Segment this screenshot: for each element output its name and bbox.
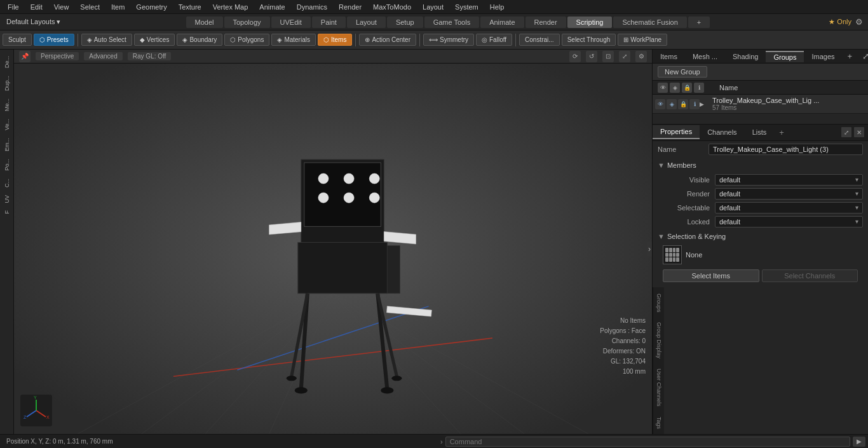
rv-tab-user-channels[interactable]: User Channels: [654, 363, 664, 412]
polygons-button[interactable]: ⬡ Polygons: [224, 34, 269, 46]
settings-button[interactable]: ⚙: [855, 17, 863, 27]
sidebar-tab-po[interactable]: Po...: [2, 155, 12, 175]
tab-setup[interactable]: Setup: [387, 17, 423, 28]
group-eye-icon[interactable]: 👁: [658, 83, 668, 93]
menu-render[interactable]: Render: [334, 2, 367, 12]
members-section-header[interactable]: ▼ Members: [658, 159, 863, 172]
tab-animate[interactable]: Animate: [480, 17, 524, 28]
rp-tab-items[interactable]: Items: [653, 51, 685, 62]
rp-expand-btn[interactable]: ⤢: [857, 50, 868, 62]
sidebar-tab-f[interactable]: F: [2, 207, 12, 218]
vertices-button[interactable]: ◆ Vertices: [134, 34, 175, 46]
tab-layout[interactable]: Layout: [347, 17, 386, 28]
group-info-icon[interactable]: ℹ: [694, 83, 704, 93]
sidebar-tab-de[interactable]: De...: [2, 52, 12, 72]
pt-add-btn[interactable]: +: [774, 125, 789, 140]
rp-tab-groups[interactable]: Groups: [766, 51, 804, 62]
rp-tab-images[interactable]: Images: [804, 51, 842, 62]
viewport-pin-icon[interactable]: 📌: [19, 51, 31, 62]
tab-render[interactable]: Render: [526, 17, 566, 28]
viewport-canvas[interactable]: No Items Polygons : Face Channels: 0 Def…: [14, 64, 652, 434]
menu-item[interactable]: Item: [106, 2, 130, 12]
name-prop-value[interactable]: Trolley_Makeup_Case_with_Light (3): [709, 144, 863, 155]
scroll-right-btn[interactable]: ›: [647, 242, 652, 256]
auto-select-button[interactable]: ◈ Auto Select: [81, 34, 132, 46]
tab-scripting[interactable]: Scripting: [567, 17, 613, 28]
menu-dynamics[interactable]: Dynamics: [292, 2, 332, 12]
tab-model[interactable]: Model: [186, 17, 223, 28]
menu-select[interactable]: Select: [75, 2, 105, 12]
select-channels-button[interactable]: Select Channels: [762, 269, 858, 282]
menu-vertex-map[interactable]: Vertex Map: [208, 2, 254, 12]
sculpt-button[interactable]: Sculpt: [3, 34, 32, 46]
group-item-info-icon[interactable]: ℹ: [689, 99, 700, 109]
viewport-rotate-icon[interactable]: ⟳: [569, 51, 581, 62]
locked-select[interactable]: default ▾: [715, 216, 863, 227]
viewport-ray-gl[interactable]: Ray GL: Off: [128, 52, 172, 60]
star-only-label[interactable]: ★ Only: [829, 18, 851, 26]
render-select[interactable]: default ▾: [715, 188, 863, 200]
symmetry-button[interactable]: ⟺ Symmetry: [423, 34, 474, 46]
group-list-item[interactable]: 👁 ◈ 🔒 ℹ ▶ Trolley_Makeup_Case_with_Lig .…: [653, 95, 868, 114]
command-go-btn[interactable]: ▶: [853, 437, 865, 447]
viewport-expand-icon[interactable]: ⤢: [619, 51, 630, 62]
layout-selector[interactable]: Default Layouts ▾: [0, 18, 67, 26]
rv-tab-groups[interactable]: Groups: [654, 288, 664, 318]
menu-texture[interactable]: Texture: [173, 2, 207, 12]
select-items-button[interactable]: Select Items: [663, 269, 759, 282]
sidebar-tab-me[interactable]: Me...: [2, 95, 12, 115]
menu-layout[interactable]: Layout: [417, 2, 449, 12]
sidebar-tab-dup[interactable]: Dup...: [2, 72, 12, 95]
visible-select[interactable]: default ▾: [715, 174, 863, 186]
viewport-refresh-icon[interactable]: ↺: [586, 51, 597, 62]
menu-view[interactable]: View: [49, 2, 74, 12]
boundary-button[interactable]: ◈ Boundary: [177, 34, 222, 46]
selectable-select[interactable]: default ▾: [715, 202, 863, 214]
viewport-shading[interactable]: Advanced: [84, 52, 122, 60]
rp-tab-mesh[interactable]: Mesh ...: [685, 51, 725, 62]
rv-tab-tags[interactable]: Tags: [654, 412, 664, 434]
tab-topology[interactable]: Topology: [224, 17, 270, 28]
selection-keying-header[interactable]: ▼ Selection & Keying: [658, 231, 863, 243]
tab-game-tools[interactable]: Game Tools: [424, 17, 480, 28]
tab-add[interactable]: +: [688, 17, 710, 28]
pt-tab-properties[interactable]: Properties: [653, 125, 700, 139]
pt-tab-lists[interactable]: Lists: [745, 126, 775, 139]
sidebar-tab-em[interactable]: Em...: [2, 134, 12, 155]
materials-button[interactable]: ◈ Materials: [271, 34, 316, 46]
viewport-fit-icon[interactable]: ⊡: [602, 51, 614, 62]
command-input[interactable]: [445, 437, 850, 447]
menu-geometry[interactable]: Geometry: [131, 2, 172, 12]
viewport-settings-icon[interactable]: ⚙: [635, 51, 647, 62]
presets-button[interactable]: ⬡ Presets: [34, 34, 74, 46]
rp-tab-add[interactable]: +: [843, 50, 858, 62]
tab-uvedit[interactable]: UVEdit: [271, 17, 311, 28]
tab-paint[interactable]: Paint: [312, 17, 346, 28]
rp-tab-shading[interactable]: Shading: [725, 51, 766, 62]
group-render-icon[interactable]: ◈: [670, 83, 680, 93]
viewport[interactable]: 📌 Perspective Advanced Ray GL: Off ⟳ ↺ ⊡…: [14, 50, 652, 434]
items-button[interactable]: ⬡ Items: [318, 34, 352, 46]
rv-tab-group-display[interactable]: Group Display: [654, 317, 664, 363]
viewport-mode[interactable]: Perspective: [36, 52, 79, 60]
sidebar-tab-c[interactable]: C...: [2, 175, 12, 191]
menu-animate[interactable]: Animate: [254, 2, 290, 12]
new-group-button[interactable]: New Group: [658, 66, 707, 78]
action-center-button[interactable]: ⊕ Action Center: [359, 34, 416, 46]
falloff-button[interactable]: ◎ Falloff: [476, 34, 512, 46]
menu-file[interactable]: File: [3, 2, 24, 12]
menu-system[interactable]: System: [450, 2, 484, 12]
props-expand-btn[interactable]: ⤢: [841, 127, 851, 137]
group-item-render-icon[interactable]: ◈: [667, 99, 677, 109]
workplane-button[interactable]: ⊞ WorkPlane: [618, 34, 667, 46]
pt-tab-channels[interactable]: Channels: [700, 126, 744, 139]
group-item-eye-icon[interactable]: 👁: [655, 99, 665, 109]
props-close-btn[interactable]: ✕: [854, 127, 864, 137]
sidebar-tab-ve[interactable]: Ve...: [2, 115, 12, 134]
constraints-button[interactable]: Constrai...: [519, 34, 560, 46]
select-through-button[interactable]: Select Through: [562, 34, 616, 46]
group-item-lock-icon[interactable]: 🔒: [678, 99, 688, 109]
sidebar-tab-uv[interactable]: UV: [2, 191, 12, 207]
menu-help[interactable]: Help: [485, 2, 510, 12]
tab-schematic-fusion[interactable]: Schematic Fusion: [613, 17, 686, 28]
